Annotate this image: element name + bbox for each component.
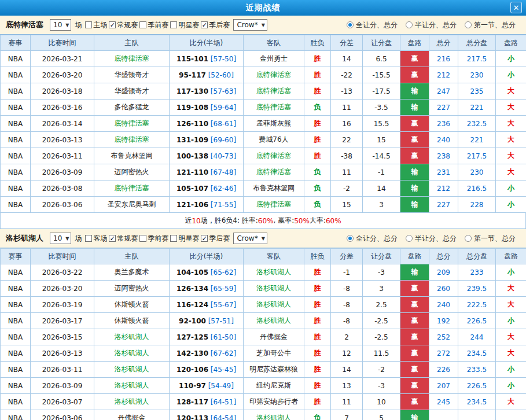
summary-part: 60% <box>326 217 341 225</box>
filter-checkbox[interactable]: 客场 <box>85 234 107 244</box>
scope-radio[interactable]: 半让分、总分 <box>406 234 457 244</box>
games-count-select[interactable]: 10 ▼ <box>50 19 71 31</box>
filter-checkbox[interactable]: ✓常规赛 <box>109 234 138 244</box>
cell-away-team: 纽约尼克斯 <box>244 378 304 394</box>
cell-total-points: 272 <box>429 345 458 362</box>
odds-company-select[interactable]: Crow* ▼ <box>233 19 267 31</box>
half-score: [64-51] <box>208 398 236 406</box>
checkbox-label: 季前赛 <box>148 20 168 30</box>
filter-checkbox[interactable]: ✓季后赛 <box>201 20 230 30</box>
cell-total-line: 232.5 <box>458 116 496 132</box>
cell-handicap-result: 赢 <box>400 394 429 410</box>
cell-home-team: 布鲁克林篮网 <box>94 148 170 164</box>
final-score: 131-109 <box>176 136 208 144</box>
cell-handicap-line: -3 <box>363 264 400 281</box>
table-row: NBA2026-03-11洛杉矶湖人120-106 [45-45]明尼苏达森林狼… <box>1 362 526 378</box>
scope-radio[interactable]: 第一节、总分 <box>465 20 516 30</box>
cell-handicap-result: 输 <box>400 264 429 281</box>
odds-company-select[interactable]: Crow* ▼ <box>233 233 267 244</box>
half-score: [57-51] <box>206 317 234 325</box>
cell-score: 105-107 [62-46] <box>170 180 244 197</box>
table-row: NBA2026-03-08底特律活塞105-107 [62-46]布鲁克林篮网负… <box>1 180 526 197</box>
cell-total-points: 212 <box>429 180 458 197</box>
cell-handicap-line: -3.5 <box>363 100 400 116</box>
cell-total-line: 239.5 <box>458 281 496 297</box>
cell-win-loss: 胜 <box>304 362 331 378</box>
cell-score: 121-110 [67-48] <box>170 164 244 180</box>
cell-handicap-result: 输 <box>400 100 429 116</box>
cell-win-loss: 胜 <box>304 313 331 329</box>
cell-handicap-result: 输 <box>400 164 429 180</box>
filter-checkbox[interactable]: ✓季后赛 <box>201 234 230 244</box>
cell-point-diff: -13 <box>331 83 363 100</box>
column-header: 让分盘 <box>363 249 400 264</box>
cell-league: NBA <box>1 164 31 180</box>
final-score: 117-130 <box>176 87 208 95</box>
cell-league: NBA <box>1 197 31 213</box>
cell-league: NBA <box>1 132 31 148</box>
cell-win-loss: 胜 <box>304 329 331 345</box>
cell-away-team: 费城76人 <box>244 132 304 148</box>
cell-date: 2026-03-06 <box>31 410 94 420</box>
cell-handicap-line: 15 <box>363 132 400 148</box>
games-suffix-label: 场 <box>75 234 82 244</box>
scope-radio[interactable]: 全让分、总分 <box>347 234 398 244</box>
summary-part: 10 <box>192 217 200 225</box>
checkbox-unchecked-icon <box>85 21 92 28</box>
table-row: NBA2026-03-09迈阿密热火121-110 [67-48]底特律活塞负1… <box>1 164 526 180</box>
cell-home-team: 洛杉矶湖人 <box>94 378 170 394</box>
chevron-down-icon: ▼ <box>262 23 265 28</box>
checkbox-label: 常规赛 <box>117 20 138 30</box>
radio-label: 半让分、总分 <box>415 20 457 30</box>
cell-league: NBA <box>1 67 31 83</box>
cell-league: NBA <box>1 313 31 329</box>
cell-total-points: 216 <box>429 51 458 67</box>
cell-total-result: 大 <box>496 132 526 148</box>
table-row: NBA2026-03-09洛杉矶湖人110-97 [54-49]纽约尼克斯胜13… <box>1 378 526 394</box>
table-row: NBA2026-03-06丹佛掘金120-113 [64-54]洛杉矶湖人负75… <box>1 410 526 420</box>
radio-unselected-icon <box>406 21 413 28</box>
scope-radio[interactable]: 全让分、总分 <box>347 20 398 30</box>
cell-total-line: 244 <box>458 329 496 345</box>
cell-total-result: 大 <box>496 394 526 410</box>
cell-date: 2026-03-20 <box>31 67 94 83</box>
select-value: 10 <box>53 21 62 29</box>
filter-checkbox[interactable]: 季前赛 <box>139 20 168 30</box>
final-score: 110-97 <box>179 382 206 390</box>
half-score: [65-62] <box>208 268 236 277</box>
cell-win-loss: 负 <box>304 197 331 213</box>
final-score: 127-125 <box>176 333 208 341</box>
cell-league: NBA <box>1 378 31 394</box>
filter-checkbox[interactable]: ✓常规赛 <box>109 20 138 30</box>
cell-score: 126-110 [68-61] <box>170 116 244 132</box>
cell-home-team: 多伦多猛龙 <box>94 100 170 116</box>
checkbox-label: 常规赛 <box>117 234 138 244</box>
cell-score: 120-106 [45-45] <box>170 362 244 378</box>
filter-checkbox[interactable]: 明星赛 <box>170 234 199 244</box>
filter-checkbox[interactable]: 明星赛 <box>170 20 199 30</box>
cell-handicap-line: 3 <box>363 281 400 297</box>
games-count-select[interactable]: 10 ▼ <box>50 233 71 244</box>
final-score: 120-106 <box>176 366 208 374</box>
cell-win-loss: 胜 <box>304 345 331 362</box>
cell-away-team: 孟菲斯灰熊 <box>244 116 304 132</box>
checkbox-label: 明星赛 <box>178 234 199 244</box>
filter-checkbox[interactable]: 季前赛 <box>139 234 168 244</box>
scope-radio[interactable]: 半让分、总分 <box>406 20 457 30</box>
cell-away-team: 布鲁克林篮网 <box>244 180 304 197</box>
cell-league: NBA <box>1 100 31 116</box>
cell-handicap-line: -15.5 <box>363 67 400 83</box>
scope-radio[interactable]: 第一节、总分 <box>465 234 516 244</box>
filter-checkbox[interactable]: 主场 <box>85 20 107 30</box>
close-button[interactable]: ✕ <box>510 2 522 13</box>
cell-date: 2026-03-09 <box>31 378 94 394</box>
cell-handicap-line: 6.5 <box>363 51 400 67</box>
column-header: 比赛时间 <box>31 35 94 51</box>
cell-total-result: 小 <box>496 378 526 394</box>
cell-handicap-line: -2.5 <box>363 313 400 329</box>
cell-score: 119-108 [59-64] <box>170 100 244 116</box>
cell-away-team: 底特律活塞 <box>244 197 304 213</box>
summary-part: 大率: <box>310 216 326 226</box>
column-header: 比赛时间 <box>31 249 94 264</box>
checkbox-unchecked-icon <box>170 235 177 242</box>
